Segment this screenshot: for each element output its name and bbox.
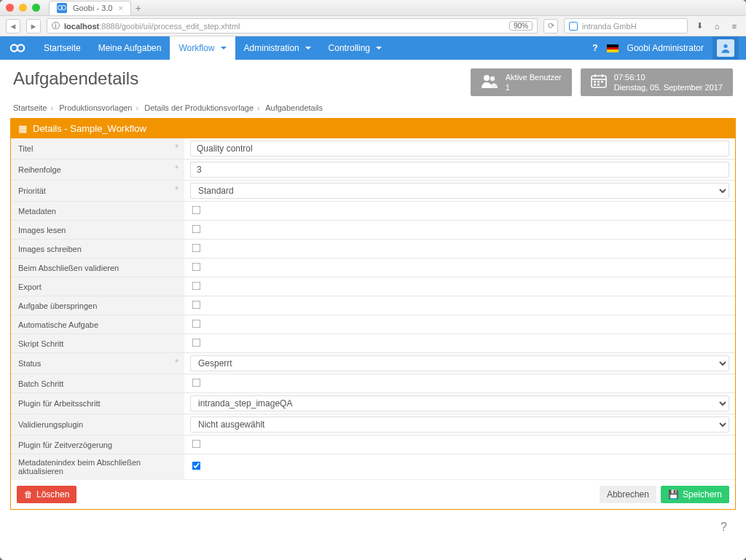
- corner-help-icon[interactable]: ?: [721, 521, 727, 534]
- svg-point-0: [11, 44, 17, 51]
- text-input[interactable]: [190, 141, 729, 157]
- help-icon[interactable]: ?: [592, 43, 597, 53]
- svg-rect-13: [597, 84, 600, 86]
- nav-meine-aufgaben[interactable]: Meine Aufgaben: [90, 36, 170, 60]
- user-menu[interactable]: [712, 36, 739, 60]
- crumb-3: Aufgabendetails: [265, 103, 323, 112]
- new-tab-button[interactable]: +: [136, 2, 141, 14]
- checkbox-input[interactable]: [192, 205, 201, 214]
- reload-button[interactable]: ⟳: [543, 19, 558, 33]
- field-label: Automatische Aufgabe: [11, 315, 184, 334]
- select-input[interactable]: Gesperrt: [190, 355, 729, 371]
- select-input[interactable]: intranda_step_imageQA: [190, 395, 729, 411]
- user-avatar-icon: [717, 39, 734, 57]
- form-row: Metadaten: [11, 201, 735, 220]
- field-label: Status: [11, 353, 184, 374]
- window-minimize-dot[interactable]: [19, 4, 27, 12]
- crumb-0[interactable]: Startseite: [13, 103, 47, 112]
- form-row: Automatische Aufgabe: [11, 315, 735, 334]
- page-title: Aufgabendetails: [13, 68, 462, 89]
- checkbox-input[interactable]: [192, 224, 201, 233]
- checkbox-input[interactable]: [192, 378, 201, 387]
- details-panel: ▦ Details - Sample_Workflow TitelReihenf…: [10, 118, 736, 510]
- app-logo[interactable]: [7, 38, 28, 58]
- checkbox-input[interactable]: [192, 262, 201, 271]
- field-label: Beim Abschließen validieren: [11, 259, 184, 277]
- select-input[interactable]: Standard: [190, 183, 729, 199]
- delete-button[interactable]: 🗑 Löschen: [17, 486, 76, 503]
- nav-back-button[interactable]: ◄: [6, 19, 20, 33]
- field-label: Images lesen: [11, 221, 184, 239]
- field-label: Images schreiben: [11, 240, 184, 258]
- form-row: Titel: [11, 138, 735, 159]
- search-box[interactable]: intranda GmbH: [564, 18, 688, 33]
- menu-icon[interactable]: ≡: [729, 22, 740, 31]
- nav-administration[interactable]: Administration: [235, 36, 320, 60]
- form-row: Images lesen: [11, 220, 735, 239]
- search-engine-icon: [569, 22, 578, 31]
- grid-icon: ▦: [18, 123, 27, 134]
- users-icon: [481, 74, 498, 92]
- home-icon[interactable]: ⌂: [711, 22, 723, 31]
- form-row: Batch Schritt: [11, 374, 735, 393]
- checkbox-input[interactable]: [192, 338, 201, 347]
- checkbox-input[interactable]: [192, 281, 201, 290]
- nav-startseite[interactable]: Startseite: [35, 36, 90, 60]
- browser-tab[interactable]: Goobi - 3.0 ×: [49, 1, 131, 15]
- cancel-button[interactable]: Abbrechen: [600, 486, 656, 503]
- browser-toolbar: ◄ ► ⓘ localhost:8888/goobi/uii/process_e…: [0, 16, 746, 36]
- form-row: Aufgabe überspringen: [11, 296, 735, 315]
- form-row: Plugin für Arbeitsschrittintranda_step_i…: [11, 393, 735, 414]
- form-row: Export: [11, 277, 735, 296]
- field-label: Plugin für Zeitverzögerung: [11, 435, 184, 454]
- form-row: Skript Schritt: [11, 334, 735, 352]
- checkbox-input[interactable]: [192, 462, 201, 470]
- field-label: Titel: [11, 138, 184, 159]
- datetime-widget: 07:56:10 Dienstag, 05. September 2017: [581, 68, 733, 96]
- current-date: Dienstag, 05. September 2017: [614, 83, 723, 92]
- checkbox-input[interactable]: [192, 319, 201, 328]
- select-input[interactable]: Nicht ausgewählt: [190, 417, 729, 433]
- current-time: 07:56:10: [614, 73, 723, 82]
- download-icon[interactable]: ⬇: [694, 21, 705, 31]
- nav-workflow[interactable]: Workflow: [170, 36, 235, 60]
- url-bar[interactable]: ⓘ localhost:8888/goobi/uii/process_edit_…: [47, 18, 538, 33]
- field-label: Metadatenindex beim Abschließen aktualis…: [11, 454, 184, 479]
- text-input[interactable]: [190, 162, 729, 178]
- save-icon: 💾: [668, 489, 679, 500]
- save-button[interactable]: 💾 Speichern: [661, 486, 729, 503]
- window-zoom-dot[interactable]: [32, 4, 40, 12]
- field-label: Priorität: [11, 181, 184, 201]
- window-close-dot[interactable]: [6, 4, 14, 12]
- search-placeholder: intranda GmbH: [582, 22, 637, 31]
- macos-titlebar: Goobi - 3.0 × +: [0, 0, 746, 16]
- svg-rect-10: [597, 81, 600, 83]
- form-row: Metadatenindex beim Abschließen aktualis…: [11, 454, 735, 479]
- field-label: Aufgabe überspringen: [11, 296, 184, 315]
- checkbox-input[interactable]: [192, 243, 201, 252]
- nav-forward-button[interactable]: ►: [26, 19, 41, 33]
- field-label: Metadaten: [11, 202, 184, 220]
- crumb-2[interactable]: Details der Produktionsvorlage: [144, 103, 254, 112]
- tab-favicon: [57, 3, 67, 13]
- svg-rect-9: [594, 81, 596, 83]
- zoom-level[interactable]: 90%: [509, 21, 533, 31]
- field-label: Validierungsplugin: [11, 414, 184, 435]
- active-users-count: 1: [506, 83, 562, 92]
- checkbox-input[interactable]: [192, 300, 201, 309]
- trash-icon: 🗑: [24, 489, 33, 500]
- form-row: PrioritätStandard: [11, 180, 735, 201]
- url-path: :8888/goobi/uii/process_edit_step.xhtml: [99, 22, 240, 31]
- language-flag-icon[interactable]: [607, 44, 619, 52]
- checkbox-input[interactable]: [192, 439, 201, 448]
- nav-controlling[interactable]: Controlling: [320, 36, 390, 60]
- svg-rect-11: [601, 81, 603, 83]
- tab-close-icon[interactable]: ×: [118, 4, 122, 12]
- crumb-1[interactable]: Produktionsvorlagen: [59, 103, 132, 112]
- panel-heading: ▦ Details - Sample_Workflow: [11, 119, 735, 138]
- tab-title: Goobi - 3.0: [73, 4, 112, 12]
- field-label: Plugin für Arbeitsschritt: [11, 393, 184, 414]
- svg-point-2: [723, 44, 727, 48]
- info-icon: ⓘ: [52, 20, 60, 31]
- svg-rect-12: [594, 84, 596, 86]
